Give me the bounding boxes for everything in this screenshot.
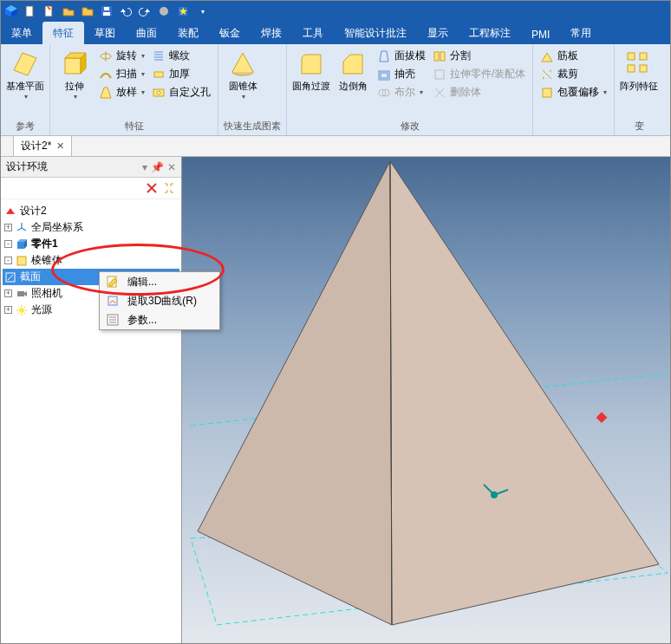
collapse-icon[interactable]: -: [4, 257, 12, 264]
datum-plane-icon: [10, 49, 40, 79]
svg-text:★: ★: [179, 5, 188, 17]
app-icon[interactable]: [4, 4, 18, 18]
folder-icon[interactable]: [81, 4, 94, 18]
tab-feature[interactable]: 特征: [42, 22, 84, 44]
extrude-part-button: 拉伸零件/装配体: [431, 66, 527, 82]
svg-marker-16: [101, 88, 111, 98]
draft-button[interactable]: 面拔模: [375, 48, 427, 64]
fillet-button[interactable]: 圆角过渡: [292, 46, 330, 91]
tab-display[interactable]: 显示: [417, 22, 459, 44]
tab-weld[interactable]: 焊接: [251, 22, 292, 44]
svg-marker-21: [380, 51, 388, 62]
svg-point-19: [157, 91, 160, 94]
shell-button[interactable]: 抽壳: [375, 66, 427, 82]
context-params[interactable]: 参数...: [100, 310, 219, 329]
split-button[interactable]: 分割: [431, 48, 527, 64]
expand-icon[interactable]: +: [4, 306, 12, 314]
svg-rect-17: [154, 72, 163, 77]
delete-body-button: 删除体: [431, 84, 527, 101]
cone-button[interactable]: 圆锥体▾: [224, 46, 262, 101]
tab-tools[interactable]: 工具: [292, 22, 334, 44]
svg-rect-31: [640, 53, 647, 60]
custom-hole-button[interactable]: 自定义孔: [150, 84, 212, 101]
svg-rect-49: [596, 412, 608, 423]
trim-button[interactable]: 裁剪: [538, 66, 609, 82]
rib-button[interactable]: 筋板: [538, 48, 609, 64]
dropdown-icon[interactable]: ▾: [142, 161, 147, 173]
tree-node-pyramid[interactable]: - 棱锥体: [3, 252, 179, 269]
tab-menu[interactable]: 菜单: [1, 22, 42, 44]
shell-icon: [377, 68, 391, 81]
quick-access-toolbar: ★ ▾: [1, 1, 670, 22]
new-doc-icon[interactable]: [42, 4, 56, 18]
star-icon[interactable]: ★: [176, 4, 190, 18]
svg-marker-43: [198, 161, 392, 625]
delete-icon[interactable]: [145, 181, 159, 195]
revolve-button[interactable]: 旋转▾: [97, 48, 147, 64]
tab-common[interactable]: 常用: [560, 22, 602, 44]
camera-icon: [16, 288, 28, 300]
tab-pmi[interactable]: PMI: [521, 24, 560, 44]
svg-rect-29: [543, 88, 551, 97]
redo-icon[interactable]: [138, 4, 152, 18]
pattern-icon: [624, 49, 654, 79]
ribbon-group-misc: 筋板 裁剪 包覆偏移▾: [533, 44, 615, 135]
qat-dropdown-icon[interactable]: ▾: [196, 4, 210, 18]
design-icon: [4, 205, 16, 218]
context-edit[interactable]: 编辑...: [100, 272, 219, 291]
tab-smart-annotate[interactable]: 智能设计批注: [334, 22, 417, 44]
expand-icon[interactable]: +: [4, 224, 12, 231]
thread-icon: [152, 49, 166, 63]
svg-rect-3: [26, 6, 33, 16]
panel-toolbar: [1, 178, 181, 199]
collapse-icon[interactable]: -: [4, 240, 12, 248]
tab-sheetmetal[interactable]: 钣金: [209, 22, 251, 44]
fillet-icon: [296, 49, 326, 79]
sweep-button[interactable]: 扫描▾: [97, 66, 147, 82]
wrap-icon: [540, 86, 554, 100]
chamfer-button[interactable]: 边倒角: [334, 46, 372, 91]
thicken-button[interactable]: 加厚: [150, 66, 212, 82]
document-tabs: 设计2* ✕: [1, 136, 670, 157]
delete-body-icon: [433, 86, 446, 100]
chamfer-icon: [338, 49, 368, 79]
extrude-button[interactable]: 拉伸▾: [55, 46, 94, 101]
draft-icon: [377, 49, 391, 63]
close-icon[interactable]: ✕: [56, 140, 64, 152]
render-icon[interactable]: [157, 4, 171, 18]
context-extract-3d[interactable]: 提取3D曲线(R): [100, 291, 219, 310]
tree-root[interactable]: 设计2: [3, 203, 179, 219]
viewport-3d[interactable]: [182, 157, 670, 643]
part-icon: [16, 238, 28, 250]
main-area: 设计环境 ▾ 📌 ✕ 设计2 + 全局坐标系 -: [1, 157, 670, 643]
expand-icon[interactable]: +: [4, 289, 12, 297]
svg-rect-37: [17, 257, 26, 265]
split-icon: [433, 49, 446, 63]
pattern-button[interactable]: 阵列特征: [620, 46, 658, 91]
extrude-part-icon: [433, 68, 446, 81]
document-tab[interactable]: 设计2* ✕: [13, 135, 72, 156]
new-icon[interactable]: [23, 4, 37, 18]
filter-icon[interactable]: [162, 181, 176, 195]
svg-rect-28: [435, 70, 444, 79]
loft-button[interactable]: 放样▾: [97, 84, 147, 101]
save-icon[interactable]: [100, 4, 114, 18]
open-icon[interactable]: [62, 4, 75, 18]
close-panel-icon[interactable]: ✕: [167, 161, 176, 173]
tree-node-coordsys[interactable]: + 全局坐标系: [3, 219, 179, 236]
thread-button[interactable]: 螺纹: [150, 48, 212, 64]
pin-icon[interactable]: 📌: [151, 161, 164, 173]
wrap-offset-button[interactable]: 包覆偏移▾: [538, 84, 609, 101]
tab-drawing[interactable]: 工程标注: [459, 22, 521, 44]
revolve-icon: [99, 49, 113, 63]
tab-assembly[interactable]: 装配: [167, 22, 209, 44]
tab-sketch[interactable]: 草图: [84, 22, 126, 44]
datum-plane-button[interactable]: 基准平面▾: [6, 46, 44, 101]
undo-icon[interactable]: [119, 4, 133, 18]
svg-rect-23: [381, 73, 388, 78]
tab-surface[interactable]: 曲面: [126, 22, 167, 44]
ribbon-tabs: 菜单 特征 草图 曲面 装配 钣金 焊接 工具 智能设计批注 显示 工程标注 P…: [1, 22, 670, 44]
svg-point-8: [160, 7, 168, 16]
tree-node-part[interactable]: - 零件1: [3, 236, 179, 252]
svg-marker-44: [390, 161, 659, 625]
